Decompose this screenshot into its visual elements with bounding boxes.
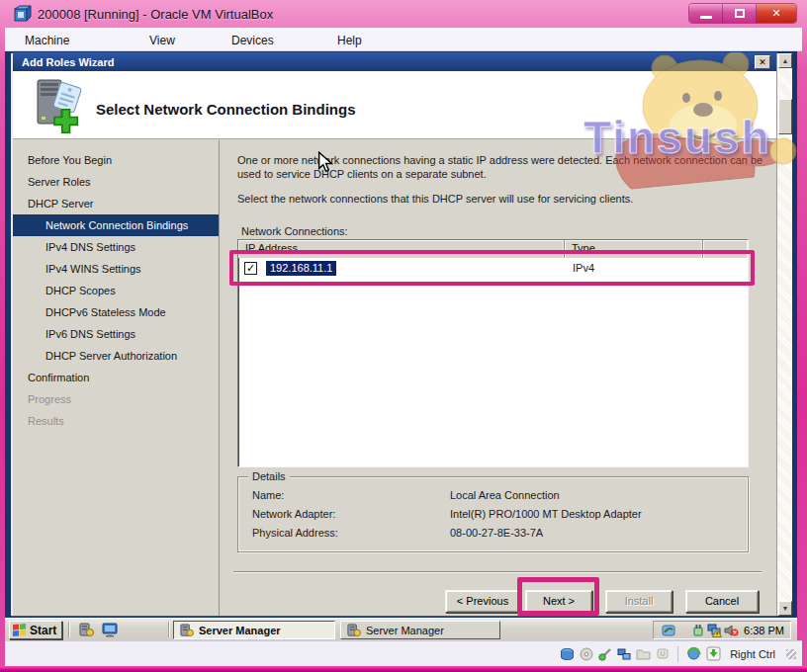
minimize-icon bbox=[700, 16, 712, 19]
details-legend: Details bbox=[248, 470, 290, 482]
svg-text:U: U bbox=[661, 650, 666, 657]
tray-hardware-plug-icon[interactable] bbox=[691, 624, 704, 637]
cancel-button[interactable]: Cancel bbox=[685, 590, 759, 613]
step-dhcp-server-authorization[interactable]: DHCP Server Authorization bbox=[13, 345, 219, 367]
menu-help[interactable]: Help bbox=[333, 32, 366, 49]
step-network-connection-bindings[interactable]: Network Connection Bindings bbox=[13, 214, 219, 236]
window-title: 200008 [Running] - Oracle VM VirtualBox bbox=[38, 7, 273, 22]
tray-network-warning-icon[interactable] bbox=[707, 624, 722, 637]
button-separator bbox=[233, 571, 762, 573]
windows-flag-icon bbox=[12, 624, 27, 637]
host-key-label: Right Ctrl bbox=[730, 648, 775, 660]
window-bottom-border bbox=[0, 666, 807, 672]
titlebar[interactable]: 200008 [Running] - Oracle VM VirtualBox … bbox=[0, 0, 807, 28]
mouse-integration-status-icon[interactable] bbox=[598, 647, 612, 661]
clock: 6:38 PM bbox=[744, 625, 784, 636]
step-results: Results bbox=[13, 410, 219, 432]
close-button[interactable]: ✕ bbox=[757, 4, 796, 23]
shared-folders-status-icon[interactable] bbox=[636, 647, 651, 660]
mouse-cursor bbox=[315, 151, 335, 173]
check-icon: ✓ bbox=[246, 263, 255, 274]
step-dhcp-server[interactable]: DHCP Server bbox=[13, 193, 219, 214]
taskbar-button-server-manager-active[interactable]: Server Manager bbox=[173, 621, 335, 639]
menu-machine[interactable]: Machine bbox=[21, 32, 73, 49]
column-header-ip-address[interactable]: IP Address bbox=[238, 240, 565, 258]
hostkey-indicator-icon[interactable] bbox=[706, 646, 721, 661]
list-header: IP Address Type bbox=[238, 240, 748, 258]
resize-grip[interactable] bbox=[786, 649, 796, 659]
menu-devices[interactable]: Devices bbox=[227, 32, 278, 49]
start-label: Start bbox=[30, 624, 56, 637]
wizard-title: Add Roles Wizard bbox=[22, 56, 114, 68]
usb-status-icon[interactable]: U bbox=[656, 647, 670, 660]
maximize-button[interactable] bbox=[723, 4, 757, 23]
next-button[interactable]: Next > bbox=[525, 590, 592, 613]
detail-mac-value: 08-00-27-8E-33-7A bbox=[450, 527, 543, 539]
taskbar-separator bbox=[168, 622, 170, 637]
harddisk-status-icon[interactable] bbox=[560, 647, 575, 661]
details-groupbox: Details Name:Local Area Connection Netwo… bbox=[237, 476, 749, 552]
vm-screen: Add Roles Wizard ✕ bbox=[5, 51, 797, 640]
intro-text-2: Select the network connections that this… bbox=[237, 192, 766, 206]
step-dhcp-scopes[interactable]: DHCP Scopes bbox=[13, 280, 219, 301]
step-confirmation[interactable]: Confirmation bbox=[13, 367, 219, 388]
taskbar-button-label: Server Manager bbox=[199, 625, 281, 636]
network-connections-label: Network Connections: bbox=[241, 225, 348, 237]
wizard-content: One or more network connections having a… bbox=[221, 140, 776, 616]
virtualbox-window: 200008 [Running] - Oracle VM VirtualBox … bbox=[0, 0, 807, 672]
tray-security-icon[interactable] bbox=[662, 624, 675, 637]
quicklaunch-desktop-icon[interactable] bbox=[102, 623, 119, 637]
system-tray: 6:38 PM bbox=[653, 621, 791, 639]
taskbar-button-label: Server Manager bbox=[366, 625, 444, 636]
table-row[interactable]: ✓ 192.168.11.1 IPv4 bbox=[238, 258, 748, 278]
install-button: Install bbox=[605, 590, 672, 613]
detail-adapter-value: Intel(R) PRO/1000 MT Desktop Adapter bbox=[450, 508, 642, 520]
detail-adapter-label: Network Adapter: bbox=[252, 508, 335, 520]
step-before-you-begin[interactable]: Before You Begin bbox=[13, 149, 219, 171]
maximize-icon bbox=[735, 9, 745, 18]
start-button[interactable]: Start bbox=[9, 621, 62, 639]
features-status-icon[interactable] bbox=[686, 646, 701, 661]
network-connections-list[interactable]: IP Address Type ✓ 192.168.11.1 IPv4 bbox=[237, 239, 749, 467]
step-server-roles[interactable]: Server Roles bbox=[13, 171, 219, 193]
menubar: Machine View Devices Help bbox=[5, 28, 802, 51]
scroll-down-button[interactable]: ▼ bbox=[778, 601, 792, 616]
window-controls: ✕ bbox=[688, 3, 797, 24]
connection-checkbox[interactable]: ✓ bbox=[244, 262, 257, 275]
server-manager-icon bbox=[346, 624, 361, 637]
taskbar-button-server-manager[interactable]: Server Manager bbox=[340, 621, 500, 639]
add-role-server-icon bbox=[30, 77, 89, 134]
menu-view[interactable]: View bbox=[145, 32, 179, 49]
detail-name-value: Local Area Connection bbox=[450, 489, 560, 501]
vbox-statusbar: U Right Ctrl bbox=[5, 640, 802, 666]
network-status-icon[interactable] bbox=[617, 647, 631, 661]
page-title: Select Network Connection Bindings bbox=[96, 101, 356, 118]
wizard-steps-sidebar: Before You Begin Server Roles DHCP Serve… bbox=[13, 140, 220, 616]
connection-type-value: IPv4 bbox=[573, 262, 594, 274]
column-header-empty bbox=[703, 240, 748, 258]
tinsush-watermark-text: Tinsush bbox=[583, 111, 771, 164]
taskbar-separator bbox=[68, 622, 70, 637]
ip-address-value: 192.168.11.1 bbox=[266, 261, 336, 276]
tray-volume-muted-icon[interactable] bbox=[724, 624, 739, 637]
step-dhcpv6-stateless-mode[interactable]: DHCPv6 Stateless Mode bbox=[13, 301, 219, 323]
detail-name-label: Name: bbox=[252, 489, 284, 501]
minimize-button[interactable] bbox=[689, 4, 723, 23]
cd-status-icon[interactable] bbox=[580, 647, 593, 661]
column-header-type[interactable]: Type bbox=[565, 240, 703, 258]
arrow-down-icon: ▼ bbox=[782, 605, 789, 612]
previous-button[interactable]: < Previous bbox=[445, 590, 520, 613]
virtualbox-logo-icon bbox=[14, 5, 32, 23]
step-ipv4-dns-settings[interactable]: IPv4 DNS Settings bbox=[13, 236, 219, 258]
statusbar-separator bbox=[677, 646, 678, 662]
guest-taskbar: Start Server Manager bbox=[5, 618, 797, 640]
step-ipv4-wins-settings[interactable]: IPv4 WINS Settings bbox=[13, 258, 219, 280]
close-icon: ✕ bbox=[771, 7, 780, 20]
quicklaunch-server-manager-icon[interactable] bbox=[78, 623, 94, 637]
detail-mac-label: Physical Address: bbox=[252, 527, 338, 539]
step-ipv6-dns-settings[interactable]: IPv6 DNS Settings bbox=[13, 323, 219, 345]
server-manager-icon bbox=[179, 624, 194, 637]
step-progress: Progress bbox=[13, 388, 219, 410]
